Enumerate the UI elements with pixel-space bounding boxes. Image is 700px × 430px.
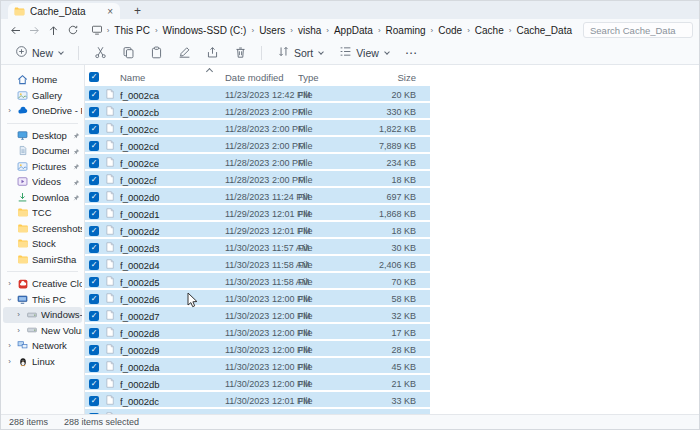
row-checkbox[interactable]: ✓ [89,90,99,100]
cut-icon[interactable] [88,44,112,62]
row-checkbox[interactable]: ✓ [89,413,99,414]
sort-button[interactable]: Sort [271,43,329,62]
breadcrumb-item-windows-ssd-c-[interactable]: Windows-SSD (C:) [160,25,250,36]
file-row[interactable]: ✓f_0002d311/30/2023 11:57 AMFile30 KB [85,239,430,254]
breadcrumb-item-appdata[interactable]: AppData [331,25,376,36]
breadcrumb-item-cache-data[interactable]: Cache_Data [513,25,575,36]
sidebar-item-label: Documents [32,145,69,156]
column-header-type[interactable]: Type [298,72,360,83]
row-checkbox[interactable]: ✓ [89,311,99,321]
row-checkbox[interactable]: ✓ [89,175,99,185]
share-icon[interactable] [200,44,224,62]
file-row[interactable]: ✓f_0002d611/30/2023 12:00 PMFile58 KB [85,290,430,305]
view-button[interactable]: View [333,43,395,62]
file-row[interactable]: ✓f_0002d911/30/2023 12:00 PMFile28 KB [85,341,430,356]
row-checkbox[interactable]: ✓ [89,277,99,287]
file-row[interactable]: ✓f_0002cb11/28/2023 2:00 PMFile330 KB [85,103,430,118]
column-header-date-modified[interactable]: Date modified [225,72,298,83]
sidebar-item-videos[interactable]: Videos [3,174,82,190]
chevron-collapsed-icon[interactable]: › [6,341,13,350]
breadcrumb-item-visha[interactable]: visha [295,25,324,36]
file-row[interactable]: ✓f_0002d711/30/2023 12:00 PMFile32 KB [85,307,430,322]
sidebar-item-network[interactable]: ›Network [3,338,82,354]
sidebar-item-downloads[interactable]: Downloads [3,190,82,206]
file-row[interactable]: ✓f_0002db11/30/2023 12:00 PMFile21 KB [85,375,430,390]
row-checkbox[interactable]: ✓ [89,192,99,202]
sidebar-item-home[interactable]: Home [3,72,82,88]
file-row[interactable]: ✓f_0002d011/28/2023 11:24 PMFile697 KB [85,188,430,203]
sidebar-item-stock[interactable]: Stock [3,236,82,252]
new-tab-button[interactable]: + [130,4,145,18]
file-row[interactable]: ✓f_0002dc11/30/2023 12:01 PMFile33 KB [85,392,430,407]
breadcrumb-item-this-pc[interactable]: This PC [111,25,153,36]
chevron-expanded-icon[interactable]: › [5,296,14,303]
back-icon[interactable] [7,22,24,38]
sidebar-item-onedrive-perso[interactable]: ›OneDrive - Perso [3,103,82,119]
column-header-size[interactable]: Size [360,72,420,83]
row-checkbox[interactable]: ✓ [89,226,99,236]
forward-icon[interactable] [26,22,43,38]
row-checkbox[interactable]: ✓ [89,328,99,338]
sidebar-item-screenshots[interactable]: Screenshots [3,221,82,237]
breadcrumb-item-users[interactable]: Users [256,25,288,36]
this-pc-icon[interactable] [89,22,105,38]
file-row[interactable]: ✓f_0002d511/30/2023 11:58 AMFile70 KB [85,273,430,288]
row-checkbox[interactable]: ✓ [89,362,99,372]
sidebar-item-linux[interactable]: ›Linux [3,354,82,370]
row-checkbox[interactable]: ✓ [89,396,99,406]
sidebar-item-tcc[interactable]: TCC [3,205,82,221]
file-row[interactable]: ✓f_0002ce11/28/2023 2:00 PMFile234 KB [85,154,430,169]
select-all-checkbox[interactable]: ✓ [89,72,99,82]
copy-icon[interactable] [116,44,140,62]
rename-icon[interactable] [172,44,196,62]
new-button[interactable]: New [9,43,69,62]
file-row[interactable]: ✓f_0002d111/29/2023 12:01 PMFile1,868 KB [85,205,430,220]
file-row[interactable]: ✓f_0002d211/29/2023 12:01 PMFile18 KB [85,222,430,237]
sidebar-item-pictures[interactable]: Pictures [3,159,82,175]
search-input[interactable] [584,25,692,36]
file-row[interactable]: ✓f_0002d811/30/2023 12:00 PMFile17 KB [85,324,430,339]
file-icon [105,120,120,138]
row-checkbox[interactable]: ✓ [89,379,99,389]
more-options-button[interactable]: ⋯ [399,44,424,62]
refresh-icon[interactable] [64,22,81,38]
breadcrumb-item-code[interactable]: Code [435,25,465,36]
file-row[interactable]: ✓f_0002da11/30/2023 12:00 PMFile45 KB [85,358,430,373]
breadcrumb-item-roaming[interactable]: Roaming [383,25,429,36]
sidebar-item-samirstha[interactable]: SamirStha [3,252,82,268]
file-row[interactable]: ✓f_0002cd11/28/2023 2:00 PMFile7,889 KB [85,137,430,152]
up-icon[interactable] [45,22,62,38]
sidebar-item-documents[interactable]: Documents [3,143,82,159]
chevron-collapsed-icon[interactable]: › [15,326,22,335]
file-row[interactable]: ✓f_0002cf11/28/2023 2:00 PMFile18 KB [85,171,430,186]
row-checkbox[interactable]: ✓ [89,260,99,270]
chevron-collapsed-icon[interactable]: › [15,310,22,319]
file-row[interactable]: ✓f_0002ca11/23/2023 12:42 PMFile20 KB [85,86,430,101]
sidebar-item-gallery[interactable]: Gallery [3,88,82,104]
file-row[interactable]: ✓f_0002d411/30/2023 11:58 AMFile2,406 KB [85,256,430,271]
paste-icon[interactable] [144,44,168,62]
row-checkbox[interactable]: ✓ [89,294,99,304]
sidebar-item-desktop[interactable]: Desktop [3,128,82,144]
row-checkbox[interactable]: ✓ [89,107,99,117]
file-row[interactable]: ✓f_0002cc11/28/2023 2:00 PMFile1,822 KB [85,120,430,135]
delete-icon[interactable] [228,44,252,62]
file-row[interactable]: ✓f_0002dd11/30/2023 12:01 PMFile36 KB [85,409,430,414]
row-checkbox[interactable]: ✓ [89,124,99,134]
row-checkbox[interactable]: ✓ [89,345,99,355]
chevron-collapsed-icon[interactable]: › [6,357,13,366]
sidebar-item-windows-ssd[interactable]: ›Windows-SSD [3,307,82,323]
sidebar-item-this-pc[interactable]: ›This PC [3,292,82,308]
row-checkbox[interactable]: ✓ [89,243,99,253]
row-checkbox[interactable]: ✓ [89,209,99,219]
breadcrumb-item-cache[interactable]: Cache [472,25,507,36]
tab-cache-data[interactable]: Cache_Data × [8,3,120,19]
sidebar-item-creative-cloud-f[interactable]: ›Creative Cloud F [3,276,82,292]
tab-close-icon[interactable]: × [105,6,115,17]
sidebar-item-new-volume-d[interactable]: ›New Volume (D [3,323,82,339]
file-icon [105,307,120,325]
chevron-collapsed-icon[interactable]: › [6,106,13,115]
row-checkbox[interactable]: ✓ [89,158,99,168]
row-checkbox[interactable]: ✓ [89,141,99,151]
chevron-collapsed-icon[interactable]: › [6,279,13,288]
